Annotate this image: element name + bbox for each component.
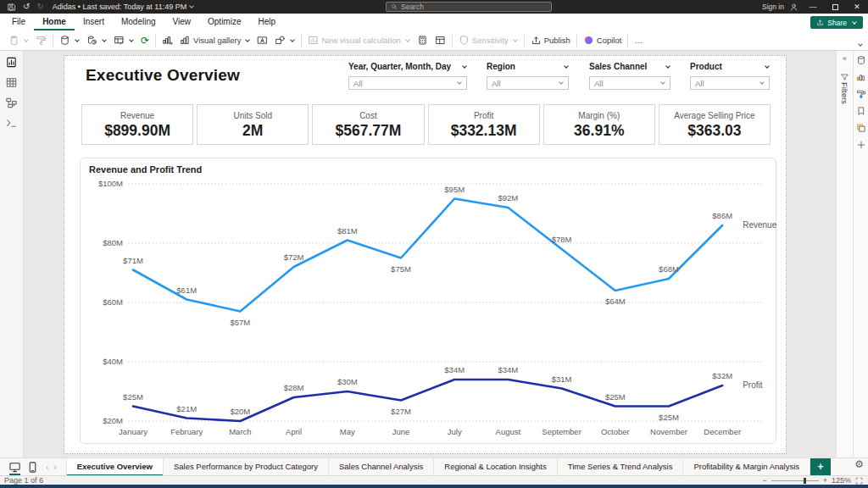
- kpi-label: Profit: [429, 111, 539, 120]
- svg-text:$20M: $20M: [231, 407, 251, 416]
- statusbar: Page 1 of 6: [0, 475, 868, 485]
- menu-item-insert[interactable]: Insert: [75, 14, 113, 30]
- slicer-dropdown[interactable]: All: [348, 76, 467, 90]
- svg-text:$71M: $71M: [123, 256, 143, 265]
- page-tabs: Executive OverviewSales Performance by P…: [66, 458, 810, 476]
- search-input[interactable]: Search: [386, 2, 552, 12]
- svg-text:May: May: [340, 427, 355, 436]
- title-chevron-down-icon[interactable]: [189, 3, 194, 8]
- view-rail: [0, 51, 24, 458]
- build-visual-icon[interactable]: [856, 72, 866, 82]
- menu-item-home[interactable]: Home: [34, 14, 75, 30]
- trend-chart-svg[interactable]: $20M$40M$60M$80M$100MJanuaryFebruaryMarc…: [81, 180, 777, 441]
- save-icon[interactable]: [7, 3, 16, 12]
- avatar-icon[interactable]: [789, 3, 798, 12]
- add-pane-icon[interactable]: [856, 140, 866, 150]
- page-tab[interactable]: Sales Performance by Product Category: [164, 458, 329, 476]
- svg-text:$75M: $75M: [391, 264, 411, 274]
- svg-text:July: July: [448, 427, 462, 436]
- chevron-down-icon[interactable]: [462, 64, 467, 69]
- svg-text:$100M: $100M: [98, 180, 123, 188]
- maximize-button[interactable]: [824, 0, 846, 14]
- svg-text:$86M: $86M: [712, 211, 732, 220]
- undo-icon[interactable]: ↺: [23, 3, 30, 11]
- mobile-view-button[interactable]: [26, 461, 39, 474]
- chevron-down-icon[interactable]: [564, 64, 569, 69]
- zoom-in-button[interactable]: +: [823, 476, 827, 485]
- page-tab[interactable]: Executive Overview: [66, 458, 164, 476]
- menu-item-help[interactable]: Help: [249, 14, 284, 30]
- data-pane-icon[interactable]: [856, 55, 866, 65]
- menu-item-file[interactable]: File: [3, 14, 34, 30]
- zoom-slider[interactable]: [771, 480, 819, 481]
- dax-query-view-icon[interactable]: [5, 117, 18, 130]
- page-tab[interactable]: Sales Channel Analysis: [329, 458, 434, 476]
- new-measure-button[interactable]: [414, 32, 431, 49]
- share-button[interactable]: Share: [810, 16, 863, 29]
- kpi-card[interactable]: Profit$332.13M: [428, 104, 540, 145]
- close-button[interactable]: ✕: [846, 0, 868, 14]
- selection-icon[interactable]: [856, 123, 866, 133]
- monitor-icon: [8, 461, 21, 474]
- minimize-button[interactable]: —: [802, 0, 824, 14]
- table-view-icon[interactable]: [5, 76, 18, 89]
- more-commands-button[interactable]: …: [631, 32, 646, 49]
- sign-in-button[interactable]: Sign in: [762, 3, 784, 11]
- svg-text:$30M: $30M: [337, 377, 358, 386]
- desktop-view-button[interactable]: [8, 461, 21, 474]
- menu-item-view[interactable]: View: [164, 14, 200, 30]
- report-view-icon[interactable]: [5, 56, 18, 69]
- report-canvas[interactable]: Executive Overview Year, Quarter, Month,…: [64, 55, 787, 454]
- trend-chart-visual[interactable]: Revenue and Profit Trend $20M$40M$60M$80…: [80, 158, 776, 444]
- page-tab[interactable]: Profitability & Margin Analysis: [683, 458, 810, 476]
- format-pane-icon[interactable]: [856, 89, 866, 99]
- slicer-dropdown[interactable]: All: [487, 76, 569, 90]
- quick-measure-button[interactable]: [431, 32, 449, 49]
- next-page-icon[interactable]: ›: [53, 463, 56, 472]
- kpi-card[interactable]: Margin (%)36.91%: [543, 104, 655, 145]
- prev-page-icon[interactable]: ‹: [46, 463, 48, 472]
- get-data-button[interactable]: [56, 32, 83, 49]
- collapse-ribbon-icon[interactable]: [858, 42, 863, 47]
- visual-gallery-button[interactable]: Visual gallery: [176, 32, 253, 49]
- chevron-down-icon[interactable]: [665, 64, 670, 69]
- transform-data-button[interactable]: [110, 32, 137, 49]
- fit-to-page-icon[interactable]: [855, 477, 863, 485]
- expand-filters-icon[interactable]: «: [843, 54, 847, 63]
- svg-text:$61M: $61M: [176, 286, 197, 295]
- refresh-button[interactable]: ⟳: [137, 32, 153, 49]
- slicer-dropdown[interactable]: All: [690, 76, 770, 90]
- format-painter-icon: [36, 35, 47, 46]
- svg-text:$78M: $78M: [552, 235, 572, 244]
- copilot-icon: [583, 35, 594, 46]
- new-page-button[interactable]: +: [810, 458, 831, 476]
- svg-text:$80M: $80M: [103, 238, 123, 247]
- gear-icon[interactable]: ⚙: [854, 459, 864, 469]
- recent-sources-icon: [86, 35, 97, 46]
- menu-item-optimize[interactable]: Optimize: [199, 14, 249, 30]
- recent-sources-button[interactable]: [83, 32, 110, 49]
- svg-text:$27M: $27M: [391, 407, 411, 416]
- kpi-card[interactable]: Average Selling Price$363.03: [659, 104, 771, 145]
- publish-button[interactable]: Publish: [527, 32, 574, 49]
- kpi-card[interactable]: Units Sold2M: [197, 104, 309, 145]
- model-view-icon[interactable]: [5, 97, 18, 109]
- svg-text:$81M: $81M: [337, 226, 358, 236]
- copilot-button[interactable]: Copilot: [580, 32, 626, 49]
- slicer-dropdown[interactable]: All: [589, 76, 670, 90]
- menu-item-modeling[interactable]: Modeling: [113, 14, 164, 30]
- shapes-button[interactable]: [271, 32, 298, 49]
- kpi-card[interactable]: Cost$567.77M: [312, 104, 424, 145]
- filter-funnel-icon[interactable]: [840, 68, 849, 77]
- paste-icon: [8, 35, 19, 46]
- page-tab[interactable]: Time Series & Trend Analysis: [558, 458, 684, 476]
- kpi-card[interactable]: Revenue$899.90M: [81, 104, 193, 145]
- chevron-down-icon[interactable]: [765, 64, 770, 69]
- text-box-button[interactable]: [253, 32, 271, 49]
- page-tab[interactable]: Regional & Location Insights: [434, 458, 557, 476]
- new-visual-button[interactable]: [159, 32, 176, 49]
- zoom-out-button[interactable]: −: [762, 476, 766, 485]
- svg-text:November: November: [650, 427, 687, 436]
- bookmarks-icon[interactable]: [856, 106, 866, 116]
- svg-text:$68M: $68M: [659, 264, 679, 274]
